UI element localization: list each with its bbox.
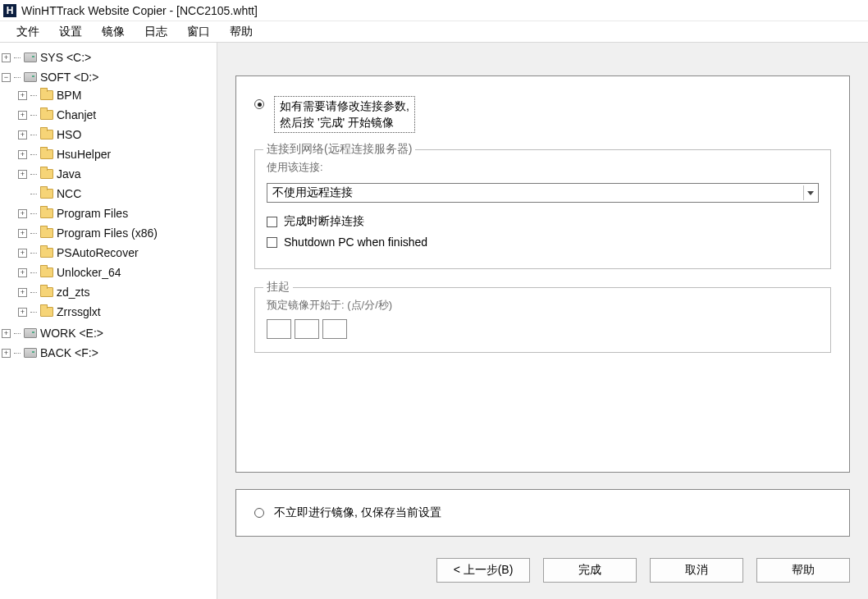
tree-folder-chanjet[interactable]: +Chanjet [18,107,215,123]
back-button[interactable]: < 上一步(B) [436,558,530,583]
window-title: WinHTTrack Website Copier - [NCC2105.wht… [21,4,258,17]
tree-node-label: HsuHelper [57,148,111,161]
menu-settings[interactable]: 设置 [49,21,92,43]
folder-icon [40,149,53,159]
suspend-fieldset: 挂起 预定镜像开始于: (点/分/秒) [254,287,831,353]
folder-icon [40,228,53,238]
wizard-panel: 如有需要请修改连接参数, 然后按 '完成' 开始镜像 连接到网络(远程连接服务器… [217,43,868,599]
tree-folder-java[interactable]: +Java [18,166,215,182]
drive-icon [24,348,37,358]
tree-drive-back[interactable]: + BACK <F:> [2,345,215,361]
tree-folder-program-files-x86[interactable]: +Program Files (x86) [18,225,215,241]
menu-window[interactable]: 窗口 [177,21,220,43]
menu-log[interactable]: 日志 [135,21,177,43]
expand-icon[interactable]: + [18,209,27,218]
tree-node-label: Unlocker_64 [57,266,121,279]
expand-icon[interactable]: + [18,130,27,139]
menu-help[interactable]: 帮助 [220,21,263,43]
expand-icon[interactable]: + [18,268,27,277]
tree-node-label: PSAutoRecover [57,246,139,259]
cancel-button[interactable]: 取消 [650,558,743,583]
folder-tree[interactable]: + SYS <C:> − SOFT <D:> +BPM +Chanjet +HS… [2,48,215,363]
radio-start-mirror-label: 如有需要请修改连接参数, 然后按 '完成' 开始镜像 [274,96,415,133]
folder-icon [40,307,53,317]
tree-folder-psautorecover[interactable]: +PSAutoRecover [18,245,215,261]
suspend-legend: 挂起 [263,280,293,295]
tree-folder-program-files[interactable]: +Program Files [18,205,215,222]
folder-icon [40,208,53,218]
radio-save-only-row[interactable]: 不立即进行镜像, 仅保存当前设置 [254,505,831,521]
expand-icon[interactable]: + [18,288,27,297]
tree-drive-work[interactable]: + WORK <E:> [2,325,215,341]
network-fieldset: 连接到网络(远程连接服务器) 使用该连接: 不使用远程连接 完成时断掉连接 Sh… [254,149,831,269]
shutdown-checkbox-row[interactable]: Shutdown PC when finished [267,235,819,249]
schedule-minute-input[interactable] [295,319,319,339]
expand-icon[interactable]: + [18,91,27,100]
folder-icon [40,248,53,258]
menu-mirror[interactable]: 镜像 [92,21,135,43]
folder-icon [40,110,53,120]
tree-drive-soft[interactable]: − SOFT <D:> [2,69,215,85]
expand-icon[interactable]: + [18,308,27,317]
radio-save-only[interactable] [254,508,264,518]
expand-icon[interactable]: + [18,170,27,179]
drive-icon [24,53,37,62]
wizard-options-panel: 如有需要请修改连接参数, 然后按 '完成' 开始镜像 连接到网络(远程连接服务器… [235,75,850,473]
folder-icon [40,169,53,179]
folder-icon [40,90,53,100]
tree-node-label: Program Files [57,207,128,220]
expand-icon[interactable]: + [18,150,27,159]
title-bar: H WinHTTrack Website Copier - [NCC2105.w… [0,0,868,21]
tree-node-label: SYS <C:> [40,51,91,64]
collapse-icon[interactable]: − [2,73,11,82]
tree-node-label: zd_zts [57,286,89,299]
expand-icon[interactable]: + [2,53,11,62]
expand-icon[interactable]: + [18,249,27,258]
tree-folder-unlocker[interactable]: +Unlocker_64 [18,264,215,281]
folder-icon [40,267,53,277]
tree-folder-bpm[interactable]: +BPM [18,87,215,103]
folder-icon [40,287,53,297]
expand-icon[interactable]: + [2,329,11,338]
tree-folder-ncc[interactable]: NCC [18,185,215,202]
tree-node-label: Chanjet [57,108,96,121]
tree-node-label: Java [57,167,81,181]
save-only-panel: 不立即进行镜像, 仅保存当前设置 [235,489,850,537]
finish-button[interactable]: 完成 [543,558,637,583]
disconnect-checkbox-label: 完成时断掉连接 [284,214,364,229]
tree-node-label: HSO [57,128,81,141]
drive-icon [24,72,37,82]
tree-node-label: Zrrssglxt [57,305,101,318]
schedule-hour-input[interactable] [267,319,291,339]
schedule-second-input[interactable] [322,319,347,339]
tree-node-label: NCC [57,187,81,200]
tree-folder-hso[interactable]: +HSO [18,126,215,143]
shutdown-checkbox-label: Shutdown PC when finished [284,235,427,249]
disconnect-checkbox-row[interactable]: 完成时断掉连接 [267,214,819,229]
tree-folder-zrrssglxt[interactable]: +Zrrssglxt [18,304,215,320]
folder-icon [40,130,53,139]
tree-node-label: BPM [57,89,81,102]
radio-start-mirror[interactable] [254,99,264,109]
use-connection-label: 使用该连接: [267,160,819,175]
chevron-down-icon[interactable] [803,185,816,200]
tree-node-label: SOFT <D:> [40,71,98,84]
menu-bar: 文件 设置 镜像 日志 窗口 帮助 [0,21,868,43]
expand-icon[interactable]: + [18,229,27,238]
app-icon: H [3,4,16,17]
drive-icon [24,328,37,338]
shutdown-checkbox[interactable] [267,237,277,248]
disconnect-checkbox[interactable] [267,217,277,227]
tree-drive-sys[interactable]: + SYS <C:> [2,49,215,66]
expand-icon[interactable]: + [18,111,27,120]
radio-start-mirror-row[interactable]: 如有需要请修改连接参数, 然后按 '完成' 开始镜像 [254,96,831,133]
tree-folder-zdzts[interactable]: +zd_zts [18,284,215,300]
tree-node-label: BACK <F:> [40,346,98,359]
expand-icon[interactable]: + [2,349,11,358]
tree-folder-hsuhelper[interactable]: +HsuHelper [18,146,215,162]
tree-node-label: Program Files (x86) [57,226,158,240]
menu-file[interactable]: 文件 [7,21,49,43]
help-button[interactable]: 帮助 [756,558,850,583]
folder-icon [40,189,53,199]
connection-select[interactable]: 不使用远程连接 [267,183,819,203]
